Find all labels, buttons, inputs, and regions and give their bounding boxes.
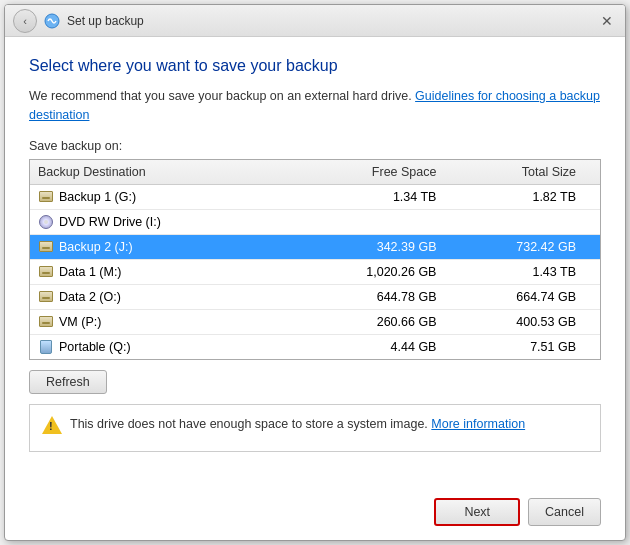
cell-destination: Data 2 (O:)	[30, 284, 286, 309]
warning-text: This drive does not have enough space to…	[70, 415, 525, 434]
warning-icon	[42, 416, 62, 434]
warning-box: This drive does not have enough space to…	[29, 404, 601, 452]
drive-name: VM (P:)	[59, 315, 101, 329]
cell-free-space: 1,020.26 GB	[286, 259, 445, 284]
more-information-link[interactable]: More information	[431, 417, 525, 431]
table-row[interactable]: Data 2 (O:) 644.78 GB 664.74 GB	[30, 284, 600, 309]
cell-free-space: 644.78 GB	[286, 284, 445, 309]
description: We recommend that you save your backup o…	[29, 87, 601, 125]
drive-name: Backup 1 (G:)	[59, 190, 136, 204]
next-button[interactable]: Next	[434, 498, 520, 526]
table-header-row: Backup Destination Free Space Total Size	[30, 160, 600, 185]
cell-destination: VM (P:)	[30, 309, 286, 334]
table-row[interactable]: Backup 1 (G:) 1.34 TB 1.82 TB	[30, 184, 600, 209]
drive-name: Data 2 (O:)	[59, 290, 121, 304]
cell-destination: Backup 2 (J:)	[30, 234, 286, 259]
cell-free-space: 260.66 GB	[286, 309, 445, 334]
drive-icon-hdd	[38, 314, 54, 330]
title-bar: ‹ Set up backup ✕	[5, 5, 625, 37]
drive-icon-hdd	[38, 264, 54, 280]
destination-table: Backup Destination Free Space Total Size…	[30, 160, 600, 359]
save-label: Save backup on:	[29, 139, 601, 153]
back-button[interactable]: ‹	[13, 9, 37, 33]
destination-table-container: Backup Destination Free Space Total Size…	[29, 159, 601, 360]
window-title: Set up backup	[67, 14, 597, 28]
window: ‹ Set up backup ✕ Select where you want …	[4, 4, 626, 541]
refresh-button[interactable]: Refresh	[29, 370, 107, 394]
drive-icon-sd	[38, 339, 54, 355]
cell-destination: DVD RW Drive (I:)	[30, 209, 286, 234]
cell-total-size: 732.42 GB	[444, 234, 584, 259]
drive-icon-hdd	[38, 289, 54, 305]
col-header-destination: Backup Destination	[30, 160, 286, 185]
table-row[interactable]: DVD RW Drive (I:)	[30, 209, 600, 234]
table-row[interactable]: Portable (Q:) 4.44 GB 7.51 GB	[30, 334, 600, 359]
cell-destination: Portable (Q:)	[30, 334, 286, 359]
cancel-button[interactable]: Cancel	[528, 498, 601, 526]
col-header-free-space: Free Space	[286, 160, 445, 185]
cell-total-size: 1.82 TB	[444, 184, 584, 209]
cell-destination: Backup 1 (G:)	[30, 184, 286, 209]
drive-name: Portable (Q:)	[59, 340, 131, 354]
footer: Next Cancel	[5, 488, 625, 540]
col-header-total-size: Total Size	[444, 160, 584, 185]
drive-icon-dvd	[38, 214, 54, 230]
cell-total-size: 1.43 TB	[444, 259, 584, 284]
cell-total-size: 400.53 GB	[444, 309, 584, 334]
cell-free-space: 4.44 GB	[286, 334, 445, 359]
main-content: Select where you want to save your backu…	[5, 37, 625, 488]
cell-free-space: 342.39 GB	[286, 234, 445, 259]
cell-total-size	[444, 209, 584, 234]
window-icon	[43, 12, 61, 30]
table-row[interactable]: VM (P:) 260.66 GB 400.53 GB	[30, 309, 600, 334]
table-row[interactable]: Backup 2 (J:) 342.39 GB 732.42 GB	[30, 234, 600, 259]
drive-name: Data 1 (M:)	[59, 265, 122, 279]
drive-name: Backup 2 (J:)	[59, 240, 133, 254]
close-button[interactable]: ✕	[597, 11, 617, 31]
cell-free-space	[286, 209, 445, 234]
drive-icon-hdd	[38, 239, 54, 255]
table-row[interactable]: Data 1 (M:) 1,020.26 GB 1.43 TB	[30, 259, 600, 284]
drive-name: DVD RW Drive (I:)	[59, 215, 161, 229]
cell-free-space: 1.34 TB	[286, 184, 445, 209]
cell-destination: Data 1 (M:)	[30, 259, 286, 284]
cell-total-size: 7.51 GB	[444, 334, 584, 359]
cell-total-size: 664.74 GB	[444, 284, 584, 309]
page-title: Select where you want to save your backu…	[29, 57, 601, 75]
drive-icon-hdd	[38, 189, 54, 205]
